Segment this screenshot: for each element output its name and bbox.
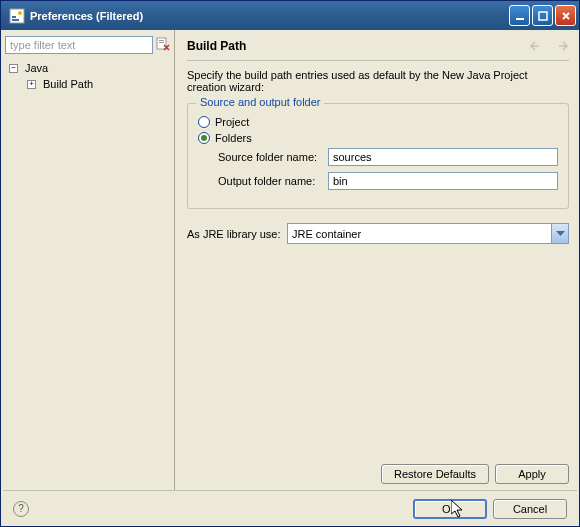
svg-point-3 <box>18 11 22 15</box>
cancel-button[interactable]: Cancel <box>493 499 567 519</box>
jre-label: As JRE library use: <box>187 228 287 240</box>
preference-tree: − Java + Build Path <box>5 60 170 92</box>
tree-item-java[interactable]: − Java <box>9 60 170 76</box>
restore-defaults-button[interactable]: Restore Defaults <box>381 464 489 484</box>
svg-rect-5 <box>539 12 547 20</box>
radio-folders[interactable]: Folders <box>198 132 558 144</box>
footer: ? OK Cancel <box>3 490 577 526</box>
output-folder-input[interactable] <box>328 172 558 190</box>
chevron-down-icon <box>551 224 568 243</box>
svg-rect-4 <box>516 18 524 20</box>
back-icon[interactable] <box>529 38 545 54</box>
tree-item-build-path[interactable]: + Build Path <box>27 76 170 92</box>
apply-button[interactable]: Apply <box>495 464 569 484</box>
filter-input[interactable] <box>5 36 153 54</box>
expand-icon[interactable]: + <box>27 80 36 89</box>
svg-rect-7 <box>159 40 164 41</box>
svg-rect-6 <box>157 38 166 49</box>
svg-rect-1 <box>12 16 16 18</box>
close-button[interactable] <box>555 5 576 26</box>
titlebar[interactable]: Preferences (Filtered) <box>1 1 579 30</box>
collapse-icon[interactable]: − <box>9 64 18 73</box>
maximize-button[interactable] <box>532 5 553 26</box>
source-output-group: Source and output folder Project Folders… <box>187 103 569 209</box>
sidebar: − Java + Build Path <box>1 30 175 490</box>
source-folder-input[interactable] <box>328 148 558 166</box>
forward-icon[interactable] <box>553 38 569 54</box>
svg-rect-2 <box>12 19 19 21</box>
clear-filter-icon[interactable] <box>155 36 170 52</box>
source-folder-label: Source folder name: <box>218 151 328 163</box>
radio-label: Project <box>215 116 249 128</box>
jre-combo[interactable]: JRE container <box>287 223 569 244</box>
minimize-button[interactable] <box>509 5 530 26</box>
combo-value: JRE container <box>292 228 551 240</box>
radio-project[interactable]: Project <box>198 116 558 128</box>
help-icon[interactable]: ? <box>13 501 29 517</box>
window-title: Preferences (Filtered) <box>30 10 509 22</box>
output-folder-label: Output folder name: <box>218 175 328 187</box>
content-pane: Build Path Specify the build path entrie… <box>175 30 579 490</box>
radio-icon <box>198 116 210 128</box>
app-icon <box>9 8 25 24</box>
radio-label: Folders <box>215 132 252 144</box>
radio-icon <box>198 132 210 144</box>
page-description: Specify the build path entries used as d… <box>187 69 569 93</box>
group-title: Source and output folder <box>196 96 324 108</box>
svg-rect-8 <box>159 42 164 43</box>
ok-button[interactable]: OK <box>413 499 487 519</box>
page-title: Build Path <box>187 39 529 53</box>
